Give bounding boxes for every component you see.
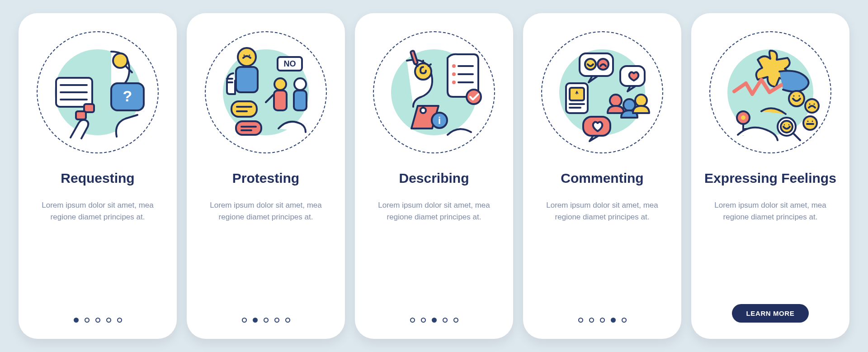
page-dot[interactable] xyxy=(85,318,90,323)
svg-point-63 xyxy=(807,121,809,122)
page-dot[interactable] xyxy=(589,318,594,323)
svg-point-44 xyxy=(585,59,596,70)
card-body: Lorem ipsum dolor sit amet, mea regione … xyxy=(203,200,329,224)
page-dot[interactable] xyxy=(117,318,122,323)
page-dot[interactable] xyxy=(443,318,448,323)
page-dot[interactable] xyxy=(432,318,437,323)
svg-point-64 xyxy=(812,121,813,122)
svg-rect-9 xyxy=(76,111,86,119)
svg-text:NO: NO xyxy=(284,59,296,68)
page-dot[interactable] xyxy=(410,318,415,323)
svg-point-59 xyxy=(809,104,811,105)
svg-point-57 xyxy=(799,95,800,97)
page-dot[interactable] xyxy=(74,318,79,323)
onboarding-card-expressing-feelings: Expressing Feelings Lorem ipsum dolor si… xyxy=(691,13,849,339)
pagination-dots xyxy=(74,318,122,323)
illustration-wrapper xyxy=(709,31,831,153)
onboarding-card-commenting: Commenting Lorem ipsum dolor sit amet, m… xyxy=(523,13,681,339)
card-footer xyxy=(187,318,345,323)
svg-point-71 xyxy=(788,124,790,126)
svg-rect-22 xyxy=(231,101,257,117)
learn-more-button[interactable]: LEARN MORE xyxy=(732,304,809,323)
page-dot[interactable] xyxy=(611,318,616,323)
protesting-icon: NO xyxy=(212,38,320,147)
illustration-wrapper: NO xyxy=(205,31,327,153)
page-dot[interactable] xyxy=(274,318,279,323)
card-title: Protesting xyxy=(232,171,299,186)
page-dot[interactable] xyxy=(578,318,583,323)
page-dot[interactable] xyxy=(264,318,269,323)
page-dot[interactable] xyxy=(253,318,258,323)
illustration-wrapper: i xyxy=(373,31,495,153)
svg-point-66 xyxy=(741,115,745,120)
card-body: Lorem ipsum dolor sit amet, mea regione … xyxy=(34,200,161,224)
card-footer: LEARN MORE xyxy=(691,304,849,323)
onboarding-card-describing: i Describing Lorem ipsum dolor sit amet,… xyxy=(355,13,513,339)
page-dot[interactable] xyxy=(600,318,605,323)
commenting-icon xyxy=(548,38,656,147)
requesting-icon: ? xyxy=(43,38,152,147)
svg-point-56 xyxy=(793,95,795,97)
expressing-feelings-icon xyxy=(716,38,825,147)
svg-rect-21 xyxy=(294,90,307,110)
svg-point-18 xyxy=(274,78,286,90)
svg-point-11 xyxy=(244,55,245,56)
svg-point-55 xyxy=(789,91,804,106)
card-body: Lorem ipsum dolor sit amet, mea regione … xyxy=(539,200,665,224)
svg-point-12 xyxy=(249,55,250,56)
svg-point-69 xyxy=(781,121,793,133)
card-body: Lorem ipsum dolor sit amet, mea regione … xyxy=(707,200,834,224)
svg-point-60 xyxy=(814,104,815,105)
onboarding-card-requesting: ? Requesting Lorem ipsum dolor sit amet,… xyxy=(19,13,177,339)
svg-point-40 xyxy=(420,108,426,113)
svg-point-53 xyxy=(635,95,647,106)
svg-line-72 xyxy=(794,134,800,140)
page-dot[interactable] xyxy=(453,318,458,323)
page-dot[interactable] xyxy=(421,318,426,323)
svg-rect-19 xyxy=(274,90,287,110)
card-title: Expressing Feelings xyxy=(704,171,836,186)
page-dot[interactable] xyxy=(622,318,627,323)
page-dot[interactable] xyxy=(95,318,100,323)
card-footer xyxy=(355,318,513,323)
describing-icon: i xyxy=(380,38,488,147)
svg-text:i: i xyxy=(438,115,441,126)
card-title: Commenting xyxy=(561,171,643,186)
card-footer xyxy=(523,318,681,323)
svg-text:?: ? xyxy=(123,87,132,105)
onboarding-card-protesting: NO Protesting Lorem ipsum dolor sit amet… xyxy=(187,13,345,339)
card-body: Lorem ipsum dolor sit amet, mea regione … xyxy=(371,200,497,224)
pagination-dots xyxy=(578,318,627,323)
svg-rect-13 xyxy=(236,67,258,92)
card-title: Describing xyxy=(399,171,469,186)
svg-rect-25 xyxy=(236,121,261,135)
page-dot[interactable] xyxy=(285,318,290,323)
illustration-wrapper: ? xyxy=(37,31,159,153)
page-dot[interactable] xyxy=(242,318,247,323)
card-title: Requesting xyxy=(61,171,134,186)
svg-point-20 xyxy=(294,78,306,90)
card-footer xyxy=(19,318,177,323)
pagination-dots xyxy=(410,318,458,323)
svg-point-33 xyxy=(452,64,456,68)
illustration-wrapper xyxy=(541,31,663,153)
svg-point-51 xyxy=(610,95,622,106)
svg-point-39 xyxy=(467,90,481,104)
svg-point-70 xyxy=(784,124,785,126)
svg-point-37 xyxy=(452,81,456,84)
pagination-dots xyxy=(242,318,290,323)
page-dot[interactable] xyxy=(106,318,111,323)
svg-point-35 xyxy=(452,72,456,76)
